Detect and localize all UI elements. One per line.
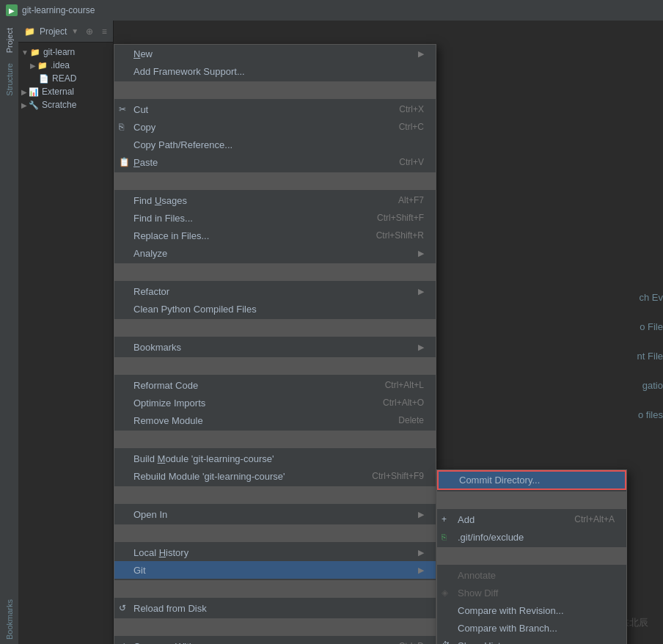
tree-item-idea[interactable]: ▶ 📁 .idea <box>18 59 113 72</box>
submenu-arrow-bookmarks: ▶ <box>418 343 424 352</box>
menu-item-replace-files[interactable]: Replace in Files... Ctrl+Shift+R <box>114 227 436 244</box>
separator-2 <box>114 172 436 190</box>
project-panel-header: 📁 Project ▼ ⊕ ≡ ⚙ − <box>18 21 113 43</box>
separator-8 <box>114 524 436 542</box>
menu-item-new[interactable]: New ▶ <box>114 45 436 62</box>
separator-3 <box>114 263 436 281</box>
menu-item-git[interactable]: Git ▶ <box>114 561 436 579</box>
toolbar-locate-btn[interactable]: ⊕ <box>83 25 96 38</box>
dropdown-arrow-icon[interactable]: ▼ <box>71 27 78 35</box>
menu-item-reload-disk[interactable]: ↺ Reload from Disk <box>114 599 436 617</box>
submenu-arrow-analyze: ▶ <box>418 249 424 258</box>
showdiff-icon: ◈ <box>442 588 448 598</box>
project-panel: 📁 Project ▼ ⊕ ≡ ⚙ − ▼ 📁 git-learn ▶ 📁 .i… <box>18 21 114 644</box>
cut-icon: ✂ <box>119 104 126 114</box>
separator-9 <box>114 580 436 598</box>
menu-item-paste[interactable]: 📋 Paste Ctrl+V <box>114 153 436 171</box>
menu-item-remove-module[interactable]: Remove Module Delete <box>114 411 436 429</box>
submenu-arrow-open-in: ▶ <box>418 510 424 519</box>
git-menu-commit-dir[interactable]: Commit Directory... <box>437 470 626 490</box>
menu-item-optimize-imports[interactable]: Optimize Imports Ctrl+Alt+O <box>114 394 436 411</box>
separator-10 <box>114 618 436 636</box>
compare-icon: ⇄ <box>119 641 126 644</box>
separator-1 <box>114 81 436 99</box>
paste-icon: 📋 <box>119 157 130 167</box>
project-panel-title: Project <box>40 26 67 37</box>
copy-icon: ⎘ <box>119 122 124 132</box>
submenu-arrow-refactor: ▶ <box>418 287 424 296</box>
separator-7 <box>114 486 436 504</box>
tree-item-readme[interactable]: 📄 READ <box>18 72 113 85</box>
partial-text-4: gatio <box>642 380 663 391</box>
partial-text-5: o files <box>638 409 663 420</box>
menu-item-local-history[interactable]: Local History ▶ <box>114 544 436 561</box>
menu-item-analyze[interactable]: Analyze ▶ <box>114 244 436 262</box>
menu-item-open-in[interactable]: Open In ▶ <box>114 505 436 523</box>
menu-item-cut[interactable]: ✂ Cut Ctrl+X <box>114 100 436 118</box>
git-sep-2 <box>437 547 626 565</box>
menu-item-reformat-code[interactable]: Reformat Code Ctrl+Alt+L <box>114 376 436 394</box>
menu-item-bookmarks[interactable]: Bookmarks ▶ <box>114 338 436 356</box>
git-menu-show-diff[interactable]: ◈ Show Diff <box>437 584 626 601</box>
menu-item-refactor[interactable]: Refactor ▶ <box>114 282 436 300</box>
menu-item-copy[interactable]: ⎘ Copy Ctrl+C <box>114 118 436 136</box>
submenu-arrow-local-history: ▶ <box>418 548 424 557</box>
sidebar: Project Structure Bookmarks <box>0 21 18 644</box>
git-menu-gitinfo[interactable]: ⎘ .git/info/exclude <box>437 528 626 546</box>
menu-item-find-files[interactable]: Find in Files... Ctrl+Shift+F <box>114 209 436 227</box>
tree-item-git-learn[interactable]: ▼ 📁 git-learn <box>18 45 113 59</box>
menu-item-copy-path[interactable]: Copy Path/Reference... <box>114 136 436 153</box>
gitinfo-icon: ⎘ <box>442 533 447 541</box>
menu-item-clean-python[interactable]: Clean Python Compiled Files <box>114 300 436 318</box>
menu-item-compare-with[interactable]: ⇄ Compare With... Ctrl+D <box>114 637 436 644</box>
context-menu: New ▶ Add Framework Support... ✂ Cut Ctr… <box>114 44 436 644</box>
folder-icon: 📁 <box>24 26 35 37</box>
submenu-arrow-new: ▶ <box>418 49 424 59</box>
sidebar-item-project[interactable]: Project <box>2 23 17 57</box>
menu-item-rebuild-module[interactable]: Rebuild Module 'git-learning-course' Ctr… <box>114 467 436 485</box>
sidebar-item-bookmarks[interactable]: Bookmarks <box>2 595 17 644</box>
project-tree: ▼ 📁 git-learn ▶ 📁 .idea 📄 READ ▶ 📊 Exter… <box>18 43 113 114</box>
reload-icon: ↺ <box>119 603 126 613</box>
title-bar: ▶ git-learning-course <box>0 0 663 21</box>
menu-item-build-module[interactable]: Build Module 'git-learning-course' <box>114 450 436 467</box>
git-menu-annotate[interactable]: Annotate <box>437 566 626 584</box>
git-submenu: Commit Directory... + Add Ctrl+Alt+A ⎘ .… <box>436 469 627 644</box>
add-icon: + <box>442 514 447 524</box>
menu-item-find-usages[interactable]: Find Usages Alt+F7 <box>114 191 436 209</box>
separator-6 <box>114 431 436 448</box>
partial-text-3: nt File <box>637 351 663 362</box>
submenu-arrow-git: ▶ <box>418 566 424 575</box>
partial-text-1: ch Ev <box>639 292 663 303</box>
app-icon: ▶ <box>6 4 18 16</box>
sidebar-item-structure[interactable]: Structure <box>2 59 17 100</box>
separator-4 <box>114 319 436 337</box>
tree-item-external[interactable]: ▶ 📊 External <box>18 85 113 98</box>
menu-item-add-framework[interactable]: Add Framework Support... <box>114 62 436 80</box>
git-sep-1 <box>437 491 626 509</box>
git-menu-compare-revision[interactable]: Compare with Revision... <box>437 601 626 619</box>
git-menu-show-history[interactable]: ⏱ Show History <box>437 637 626 644</box>
partial-text-2: o File <box>640 321 663 332</box>
history-icon: ⏱ <box>442 640 450 644</box>
toolbar-collapse-btn[interactable]: ≡ <box>98 25 111 38</box>
git-menu-add[interactable]: + Add Ctrl+Alt+A <box>437 511 626 528</box>
window-title: git-learning-course <box>22 5 95 15</box>
tree-item-scratche[interactable]: ▶ 🔧 Scratche <box>18 98 113 111</box>
git-menu-compare-branch[interactable]: Compare with Branch... <box>437 619 626 637</box>
separator-5 <box>114 357 436 375</box>
